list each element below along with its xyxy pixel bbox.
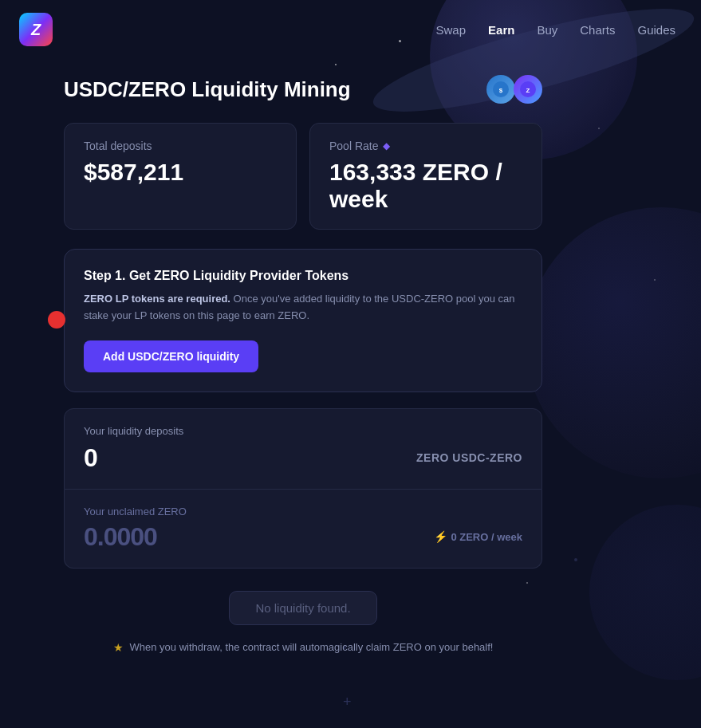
stats-row: Total deposits $587,211 Pool Rate ◆ 163,… bbox=[64, 123, 542, 230]
no-liquidity-box: No liquidity found. bbox=[64, 591, 542, 625]
unclaimed-value: 0.0000 bbox=[84, 522, 157, 552]
withdraw-notice: ★ When you withdraw, the contract will a… bbox=[64, 641, 542, 654]
token-icons: $ Z bbox=[486, 75, 542, 104]
deposits-container: Your liquidity deposits 0 ZERO USDC-ZERO… bbox=[64, 408, 542, 569]
add-liquidity-button[interactable]: Add USDC/ZERO liquidity bbox=[84, 340, 258, 372]
step1-title: Step 1. Get ZERO Liquidity Provider Toke… bbox=[84, 269, 522, 283]
zero-token-icon: Z bbox=[514, 75, 542, 104]
unclaimed-rate: ⚡ 0 ZERO / week bbox=[434, 530, 522, 543]
step1-card: Step 1. Get ZERO Liquidity Provider Toke… bbox=[64, 249, 542, 392]
liquidity-deposits-row: 0 ZERO USDC-ZERO bbox=[84, 443, 522, 473]
unclaimed-label: Your unclaimed ZERO bbox=[84, 506, 522, 517]
notice-text: When you withdraw, the contract will aut… bbox=[130, 641, 494, 653]
nav-swap[interactable]: Swap bbox=[436, 23, 467, 37]
liquidity-deposits-section: Your liquidity deposits 0 ZERO USDC-ZERO bbox=[64, 408, 542, 490]
svg-text:$: $ bbox=[499, 87, 503, 94]
nav-charts[interactable]: Charts bbox=[580, 23, 615, 37]
navbar: Z Swap Earn Buy Charts Guides bbox=[0, 0, 701, 59]
main-content: USDC/ZERO Liquidity Mining $ Z Total dep… bbox=[0, 59, 606, 686]
nav-guides[interactable]: Guides bbox=[637, 23, 675, 37]
liquidity-deposits-value: 0 bbox=[84, 443, 98, 473]
total-deposits-value: $587,211 bbox=[84, 159, 277, 186]
usdc-icon: $ bbox=[486, 75, 515, 104]
nav-earn[interactable]: Earn bbox=[488, 23, 514, 37]
star-icon: ★ bbox=[113, 641, 124, 654]
liquidity-token-label: ZERO USDC-ZERO bbox=[416, 451, 522, 464]
total-deposits-label: Total deposits bbox=[84, 140, 277, 152]
unclaimed-value-row: 0.0000 ⚡ 0 ZERO / week bbox=[84, 522, 522, 552]
pool-rate-card: Pool Rate ◆ 163,333 ZERO / week bbox=[309, 123, 542, 230]
nav-links: Swap Earn Buy Charts Guides bbox=[436, 23, 675, 37]
pool-rate-label: Pool Rate ◆ bbox=[329, 140, 522, 152]
pool-rate-value: 163,333 ZERO / week bbox=[329, 159, 522, 213]
diamond-icon: ◆ bbox=[383, 140, 390, 152]
logo[interactable]: Z bbox=[19, 13, 53, 46]
lightning-icon: ⚡ bbox=[434, 530, 447, 543]
nav-buy[interactable]: Buy bbox=[537, 23, 557, 37]
notification-dot bbox=[48, 311, 65, 329]
step1-description: ZERO LP tokens are required. Once you've… bbox=[84, 291, 522, 325]
page-title-row: USDC/ZERO Liquidity Mining $ Z bbox=[64, 75, 542, 104]
liquidity-deposits-label: Your liquidity deposits bbox=[84, 425, 522, 437]
svg-text:Z: Z bbox=[526, 87, 530, 94]
no-liquidity-text: No liquidity found. bbox=[229, 591, 376, 625]
total-deposits-card: Total deposits $587,211 bbox=[64, 123, 297, 230]
unclaimed-section: Your unclaimed ZERO 0.0000 ⚡ 0 ZERO / we… bbox=[64, 490, 542, 569]
page-title: USDC/ZERO Liquidity Mining bbox=[64, 77, 351, 102]
